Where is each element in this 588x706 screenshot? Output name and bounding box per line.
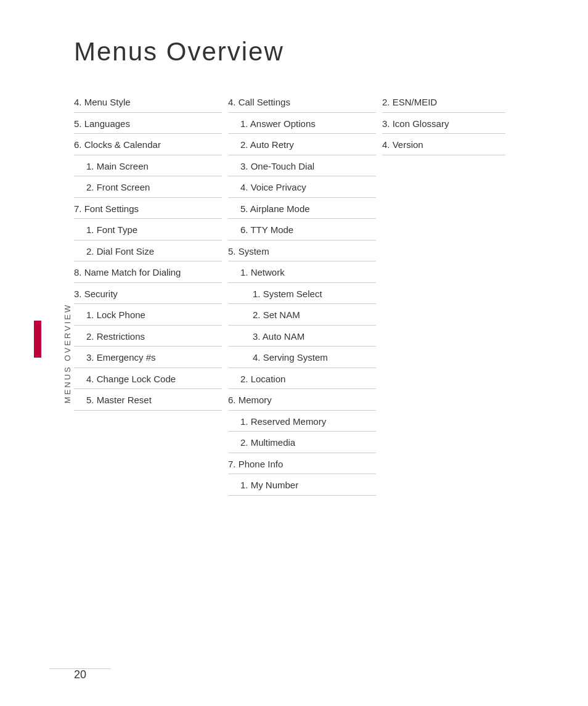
- menu-item-c1-2: 5. Languages: [74, 113, 222, 134]
- menu-item-c1-6: 7. Font Settings: [74, 198, 222, 220]
- menu-item-c2-18: 7. Phone Info: [228, 453, 376, 475]
- column-1: 4. Menu Style5. Languages6. Clocks & Cal…: [74, 91, 222, 411]
- menu-item-c2-1: 4. Call Settings: [228, 91, 376, 113]
- menu-item-c1-4: 1. Main Screen: [74, 155, 222, 177]
- column-3: 2. ESN/MEID3. Icon Glossary4. Version: [382, 91, 505, 155]
- column-2: 4. Call Settings1. Answer Options2. Auto…: [228, 91, 376, 496]
- menu-item-c1-3: 6. Clocks & Calendar: [74, 134, 222, 155]
- menu-item-c2-14: 2. Location: [228, 368, 376, 390]
- menu-item-c2-10: 1. System Select: [228, 283, 376, 305]
- menu-item-c1-9: 8. Name Match for Dialing: [74, 261, 222, 283]
- page-title: Menus Overview: [74, 37, 539, 67]
- menu-item-c3-3: 4. Version: [382, 134, 505, 155]
- menu-item-c2-13: 4. Serving System: [228, 347, 376, 368]
- menu-item-c1-13: 3. Emergency #s: [74, 347, 222, 368]
- page-number: 20: [74, 668, 86, 681]
- menu-item-c2-8: 5. System: [228, 240, 376, 262]
- menu-item-c1-15: 5. Master Reset: [74, 389, 222, 411]
- menu-item-c2-15: 6. Memory: [228, 389, 376, 411]
- menu-item-c2-11: 2. Set NAM: [228, 304, 376, 326]
- menu-item-c2-19: 1. My Number: [228, 474, 376, 496]
- menu-item-c2-3: 2. Auto Retry: [228, 134, 376, 155]
- sidebar-label: Menus Overview: [63, 303, 72, 403]
- menu-item-c1-12: 2. Restrictions: [74, 326, 222, 347]
- menu-item-c2-12: 3. Auto NAM: [228, 326, 376, 347]
- menu-item-c3-2: 3. Icon Glossary: [382, 113, 505, 134]
- page-container: Menus Overview Menus Overview 4. Menu St…: [0, 0, 588, 706]
- menu-item-c1-14: 4. Change Lock Code: [74, 368, 222, 390]
- menu-item-c2-6: 5. Airplane Mode: [228, 198, 376, 220]
- sidebar-red-bar: [34, 321, 41, 358]
- menu-item-c1-11: 1. Lock Phone: [74, 304, 222, 326]
- menu-item-c1-7: 1. Font Type: [74, 219, 222, 240]
- menu-item-c1-10: 3. Security: [74, 283, 222, 305]
- menu-item-c2-2: 1. Answer Options: [228, 113, 376, 134]
- menu-item-c1-8: 2. Dial Font Size: [74, 240, 222, 262]
- menu-item-c1-1: 4. Menu Style: [74, 91, 222, 113]
- menu-item-c1-5: 2. Front Screen: [74, 176, 222, 198]
- menu-item-c3-1: 2. ESN/MEID: [382, 91, 505, 113]
- menu-item-c2-7: 6. TTY Mode: [228, 219, 376, 240]
- menu-item-c2-17: 2. Multimedia: [228, 432, 376, 453]
- menu-item-c2-5: 4. Voice Privacy: [228, 176, 376, 198]
- menu-item-c2-16: 1. Reserved Memory: [228, 411, 376, 432]
- menu-item-c2-4: 3. One-Touch Dial: [228, 155, 376, 177]
- content-area: 4. Menu Style5. Languages6. Clocks & Cal…: [74, 91, 539, 496]
- menu-item-c2-9: 1. Network: [228, 261, 376, 283]
